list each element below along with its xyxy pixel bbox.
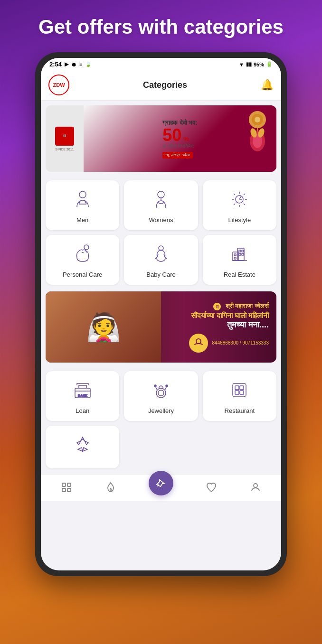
category-restaurant-label: Restaurant xyxy=(225,407,255,414)
category-real-estate[interactable]: Real Estate xyxy=(203,235,276,285)
top-bar: ZDW Categories 🔔 xyxy=(41,71,281,101)
category-womens[interactable]: Womens xyxy=(124,180,198,230)
banner-sub: ला महिला दिनानिमित्त xyxy=(162,144,198,149)
svg-point-8 xyxy=(79,191,86,198)
hero-title: Get offers with categories xyxy=(19,0,303,52)
signal-icon: ▮▮ xyxy=(246,61,252,67)
svg-point-24 xyxy=(196,339,201,344)
svg-rect-35 xyxy=(240,391,244,394)
svg-rect-31 xyxy=(233,383,246,397)
svg-rect-34 xyxy=(235,391,239,394)
svg-rect-39 xyxy=(67,488,71,492)
nav-flame[interactable] xyxy=(105,482,116,493)
nav-favorites[interactable] xyxy=(206,482,217,493)
app-logo[interactable]: ZDW xyxy=(48,75,69,95)
offers-center-button[interactable] xyxy=(149,471,173,495)
categories-grid-2: BANK Loan xyxy=(41,371,281,468)
svg-rect-37 xyxy=(67,483,71,486)
category-real-estate-label: Real Estate xyxy=(224,271,256,278)
category-personal-care-label: Personal Care xyxy=(63,271,102,278)
svg-rect-32 xyxy=(235,386,239,390)
nav-profile[interactable] xyxy=(250,482,261,493)
category-lifestyle-label: Lifestyle xyxy=(228,216,251,224)
svg-rect-33 xyxy=(240,386,244,390)
category-restaurant[interactable]: Restaurant xyxy=(203,371,276,421)
svg-text:म: म xyxy=(216,304,219,309)
svg-rect-38 xyxy=(62,488,66,492)
svg-rect-21 xyxy=(234,257,236,259)
category-jewellery-label: Jewellery xyxy=(148,407,174,414)
svg-rect-18 xyxy=(239,253,241,255)
svg-point-9 xyxy=(158,191,164,198)
category-womens-label: Womens xyxy=(149,216,173,224)
menu-icon: ≡ xyxy=(79,62,82,67)
category-men[interactable]: Men xyxy=(46,180,119,230)
category-extra1[interactable] xyxy=(46,426,119,468)
category-personal-care[interactable]: Personal Care xyxy=(46,235,119,285)
svg-point-2 xyxy=(255,117,260,122)
category-loan-label: Loan xyxy=(76,407,89,414)
battery-icon: 🔋 xyxy=(266,61,273,67)
banner2-phone: 8446868300 / 9071153333 xyxy=(212,340,269,345)
bottom-nav xyxy=(41,474,281,501)
category-men-label: Men xyxy=(76,216,88,224)
battery-text: 95% xyxy=(254,62,264,67)
svg-point-27 xyxy=(156,388,166,398)
status-time: 2:54 xyxy=(49,61,62,68)
banner2-brand: श्री महाराजा ज्वेलर्स xyxy=(226,302,269,309)
category-baby-care[interactable]: Baby Care xyxy=(124,235,198,285)
status-bar: 2:54 ▶ ⏺ ≡ 🍃 ▼ ▮▮ 95% 🔋 xyxy=(41,58,281,71)
banner-discount: 50 xyxy=(162,127,181,144)
wifi-icon: ▼ xyxy=(239,62,244,67)
svg-rect-20 xyxy=(234,254,236,256)
svg-rect-36 xyxy=(62,483,66,486)
play-icon: ▶ xyxy=(65,61,68,67)
page-title: Categories xyxy=(143,80,187,90)
banner-footer: न्यू. आर.एन. ज्वेल्स xyxy=(162,152,193,159)
banner2-line1: सौंदर्याच्या दागिना घालो महिलांनी xyxy=(191,311,269,320)
category-jewellery[interactable]: Jewellery xyxy=(124,371,198,421)
svg-point-28 xyxy=(158,390,164,396)
svg-rect-19 xyxy=(242,253,244,255)
banner-2[interactable]: 👰 म श्री महाराजा ज्वेलर्स सौंदर्याच्या द… xyxy=(46,291,276,363)
svg-point-40 xyxy=(254,484,257,487)
category-baby-care-label: Baby Care xyxy=(146,271,175,278)
phone-wrapper: 2:54 ▶ ⏺ ≡ 🍃 ▼ ▮▮ 95% 🔋 ZDW Categories 🔔 xyxy=(35,52,287,576)
banner-1[interactable]: मा SINCE 2011 ग्राहक देवो भव: 50 % ला मह… xyxy=(46,105,276,172)
svg-point-29 xyxy=(154,385,156,387)
svg-rect-16 xyxy=(239,250,241,252)
svg-point-11 xyxy=(84,245,89,250)
leaf-icon: 🍃 xyxy=(85,61,92,67)
svg-point-30 xyxy=(166,385,168,387)
phone-screen: 2:54 ▶ ⏺ ≡ 🍃 ▼ ▮▮ 95% 🔋 ZDW Categories 🔔 xyxy=(41,58,281,570)
record-icon: ⏺ xyxy=(71,62,76,67)
banner2-line2: तुमच्या मना.... xyxy=(227,320,269,330)
nav-home[interactable] xyxy=(61,482,72,493)
category-loan[interactable]: BANK Loan xyxy=(46,371,119,421)
svg-rect-17 xyxy=(242,250,244,252)
categories-grid-1: Men Womens xyxy=(41,180,281,289)
bell-icon[interactable]: 🔔 xyxy=(261,79,274,91)
svg-text:BANK: BANK xyxy=(78,394,87,397)
category-lifestyle[interactable]: Lifestyle xyxy=(203,180,276,230)
nav-offers[interactable] xyxy=(149,479,173,495)
